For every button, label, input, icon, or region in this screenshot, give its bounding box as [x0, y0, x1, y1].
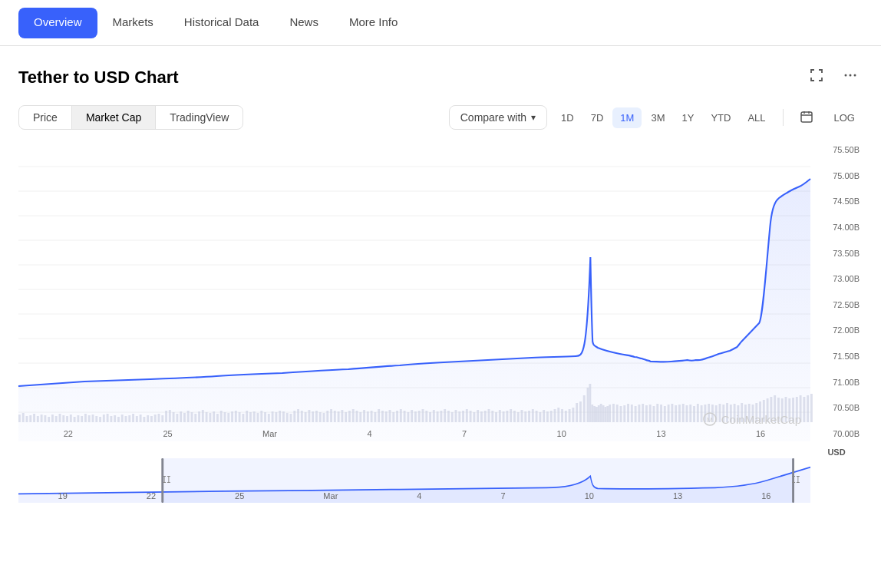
svg-rect-100	[330, 409, 332, 422]
svg-text:II: II	[791, 475, 800, 486]
svg-rect-70	[220, 411, 223, 422]
nav-more-info[interactable]: More Info	[334, 0, 413, 46]
svg-rect-133	[451, 412, 454, 422]
svg-rect-105	[348, 411, 351, 422]
controls-row: Price Market Cap TradingView Compare wit…	[18, 105, 863, 130]
x-label-6: 13	[656, 429, 665, 438]
fullscreen-button[interactable]	[804, 64, 829, 90]
svg-rect-67	[209, 413, 211, 422]
svg-rect-221	[759, 401, 761, 422]
nav-historical-data[interactable]: Historical Data	[169, 0, 275, 46]
svg-point-0	[845, 74, 847, 77]
svg-rect-165	[569, 409, 571, 422]
svg-rect-125	[422, 409, 424, 422]
mini-x-label-0: 19	[58, 491, 68, 500]
more-options-button[interactable]	[838, 64, 863, 90]
svg-rect-151	[517, 412, 520, 422]
y-label-10: 70.50B	[833, 403, 860, 412]
svg-rect-199	[678, 405, 681, 422]
svg-rect-164	[565, 411, 567, 422]
svg-rect-138	[470, 411, 472, 422]
mini-x-label-7: 13	[673, 491, 682, 500]
svg-rect-210	[719, 404, 721, 422]
time-btn-1m[interactable]: 1M	[612, 107, 642, 128]
x-label-5: 10	[557, 429, 566, 438]
svg-rect-129	[437, 411, 439, 422]
svg-rect-208	[711, 405, 714, 422]
tab-price[interactable]: Price	[19, 106, 72, 129]
y-label-6: 72.50B	[833, 300, 860, 309]
svg-rect-27	[62, 415, 64, 422]
svg-rect-121	[407, 412, 409, 422]
svg-rect-36	[95, 416, 97, 422]
log-button[interactable]: LOG	[827, 107, 863, 128]
y-axis: 75.50B 75.00B 74.50B 74.00B 73.50B 73.00…	[810, 142, 863, 441]
nav-markets[interactable]: Markets	[97, 0, 169, 46]
chart-actions	[804, 64, 863, 90]
tab-trading-view[interactable]: TradingView	[156, 106, 243, 129]
svg-rect-223	[767, 398, 769, 422]
svg-rect-48	[140, 415, 142, 422]
svg-rect-117	[392, 412, 394, 422]
svg-rect-187	[635, 406, 637, 422]
mini-x-label-4: 4	[417, 491, 421, 500]
svg-rect-39	[107, 414, 109, 422]
calendar-button[interactable]	[793, 106, 820, 130]
x-label-3: 4	[367, 429, 371, 438]
svg-rect-175	[598, 405, 600, 422]
svg-rect-106	[352, 409, 355, 422]
time-btn-1d[interactable]: 1D	[553, 107, 582, 128]
svg-rect-66	[206, 412, 208, 422]
tab-market-cap[interactable]: Market Cap	[72, 106, 156, 129]
nav-overview[interactable]: Overview	[18, 8, 97, 38]
nav-news[interactable]: News	[274, 0, 334, 46]
svg-rect-171	[589, 384, 591, 422]
y-label-1: 75.00B	[833, 171, 860, 180]
time-btn-3m[interactable]: 3M	[643, 107, 672, 128]
svg-rect-31	[77, 415, 79, 422]
time-btn-ytd[interactable]: YTD	[703, 107, 738, 128]
svg-rect-96	[315, 411, 318, 422]
svg-rect-155	[532, 409, 534, 422]
svg-rect-216	[741, 403, 743, 422]
svg-rect-114	[381, 411, 384, 422]
time-range-group: 1D 7D 1M 3M 1Y YTD ALL	[553, 107, 773, 128]
svg-rect-140	[477, 410, 479, 422]
svg-rect-152	[521, 410, 523, 422]
x-axis: 22 25 Mar 4 7 10 13 16	[18, 426, 810, 441]
svg-rect-162	[557, 408, 559, 422]
svg-rect-205	[701, 405, 703, 422]
svg-rect-61	[187, 411, 190, 422]
svg-rect-179	[606, 406, 609, 422]
svg-rect-156	[536, 411, 538, 422]
svg-rect-99	[326, 411, 328, 422]
time-btn-all[interactable]: ALL	[740, 107, 773, 128]
svg-rect-132	[447, 411, 450, 422]
svg-rect-97	[319, 412, 322, 422]
main-content: Tether to USD Chart Price Market Cap Tra…	[0, 46, 881, 503]
time-btn-1y[interactable]: 1Y	[674, 107, 701, 128]
svg-rect-84	[272, 411, 274, 422]
svg-rect-50	[147, 415, 149, 422]
svg-rect-62	[191, 412, 193, 422]
svg-rect-17	[26, 416, 28, 422]
svg-rect-63	[194, 414, 196, 422]
y-label-2: 74.50B	[833, 197, 860, 206]
svg-rect-111	[371, 411, 373, 422]
svg-rect-22	[44, 415, 46, 422]
svg-rect-168	[579, 401, 582, 422]
svg-rect-82	[264, 412, 266, 422]
svg-rect-139	[473, 412, 475, 422]
svg-rect-178	[604, 407, 606, 422]
svg-rect-104	[345, 412, 347, 422]
svg-rect-153	[524, 411, 526, 422]
svg-rect-184	[623, 405, 625, 422]
svg-rect-20	[37, 416, 39, 422]
time-btn-7d[interactable]: 7D	[583, 107, 612, 128]
svg-rect-101	[334, 411, 336, 422]
compare-button[interactable]: Compare with ▾	[449, 105, 547, 130]
svg-rect-230	[792, 398, 794, 422]
svg-rect-38	[103, 415, 105, 422]
x-label-2: Mar	[262, 429, 277, 438]
svg-rect-42	[117, 417, 120, 422]
